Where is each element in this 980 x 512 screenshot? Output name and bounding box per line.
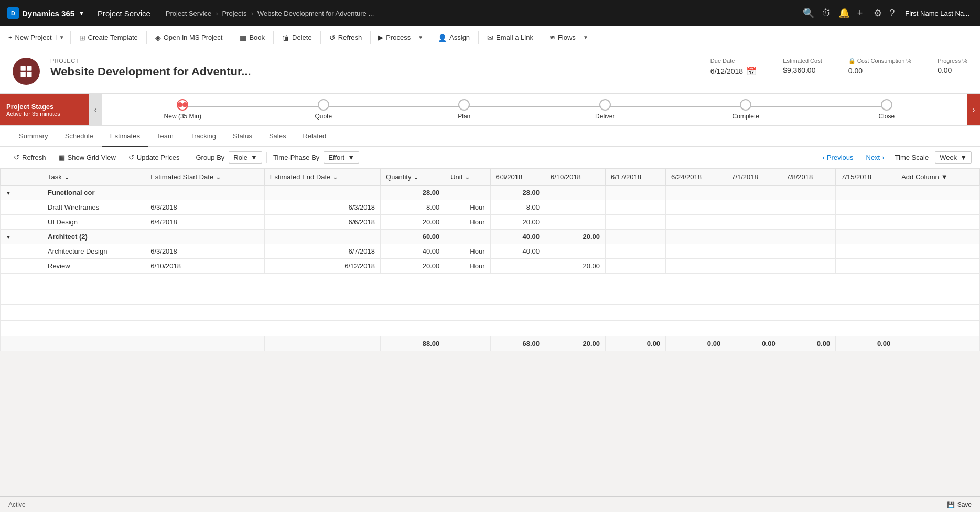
table-row[interactable]: Review 6/10/2018 6/12/2018 20.00 Hour 20… [1,259,980,274]
refresh-button[interactable]: ↺ Refresh [324,28,368,47]
dynamics365-brand[interactable]: D Dynamics 365 ▼ [5,0,90,26]
add-icon[interactable]: + [857,8,863,19]
th-task[interactable]: Task ⌄ [42,169,145,186]
stage-close[interactable]: Close [816,99,957,120]
row-c2-2b: 20.00 [545,259,606,274]
stage-quote[interactable]: Quote [253,99,394,120]
stage-new-circle [177,99,188,111]
th-start-date[interactable]: Estimated Start Date ⌄ [145,169,265,186]
cost-consumption-value: 0.00 [848,67,911,75]
new-project-label: New Project [15,34,52,41]
update-prices-button[interactable]: ↺ Update Prices [123,151,185,164]
breadcrumb-item-2[interactable]: Website Development for Adventure ... [257,9,374,17]
total-add [896,336,980,351]
group-end-1 [264,186,380,200]
group-c2-2: 20.00 [545,230,606,244]
svg-rect-1 [27,66,31,71]
group-by-caret: ▼ [251,154,257,161]
tab-team[interactable]: Team [148,126,182,147]
breadcrumb-item-1[interactable]: Projects [222,9,247,17]
top-nav-settings: ⚙ ? [868,7,900,19]
next-button[interactable]: Next › [862,151,889,164]
group-row-functional[interactable]: ▼ Functional cor 28.00 28.00 [1,186,980,200]
th-unit-label: Unit [450,173,462,181]
tab-tracking[interactable]: Tracking [182,126,224,147]
total-empty-3 [264,336,380,351]
tab-schedule[interactable]: Schedule [57,126,102,147]
time-scale-dropdown[interactable]: Week ▼ [935,151,972,164]
group-by-dropdown[interactable]: Role ▼ [229,151,262,164]
group-c3-2 [606,230,666,244]
new-project-icon: + [8,34,13,41]
delete-label: Delete [292,34,312,41]
total-c2: 20.00 [545,336,606,351]
table-row[interactable]: Architecture Design 6/3/2018 6/7/2018 40… [1,244,980,259]
show-grid-view-button[interactable]: ▦ Show Grid View [53,151,121,164]
stage-deliver-label: Deliver [595,113,615,120]
open-ms-project-button[interactable]: ◈ Open in MS Project [150,28,228,47]
row-c2-1b [545,215,606,230]
tab-related[interactable]: Related [294,126,335,147]
estimates-refresh-button[interactable]: ↺ Refresh [8,151,51,164]
stage-plan-circle [458,99,470,111]
th-end-date[interactable]: Estimated End Date ⌄ [264,169,380,186]
due-date-field: Due Date 6/12/2018 📅 [710,58,757,76]
time-phase-dropdown[interactable]: Effort ▼ [324,151,359,164]
stage-new[interactable]: New (35 Min) [112,99,253,120]
group-unit-1 [445,186,490,200]
help-icon[interactable]: ? [889,8,895,19]
book-button[interactable]: ▦ Book [234,28,270,47]
tab-sales[interactable]: Sales [261,126,295,147]
notification-icon[interactable]: 🔔 [838,7,850,19]
row-unit-2a: Hour [445,244,490,259]
stage-complete[interactable]: Complete [675,99,816,120]
row-c3-1b [606,215,666,230]
d365-dropdown-icon[interactable]: ▼ [79,10,84,16]
sep-2 [146,31,147,44]
previous-button[interactable]: ‹ Previous [819,151,858,164]
stage-nav-left[interactable]: ‹ [89,94,102,125]
new-project-button[interactable]: + New Project ▼ [4,28,67,47]
group-row-architect[interactable]: ▼ Architect (2) 60.00 40.00 20.00 [1,230,980,244]
stage-deliver[interactable]: Deliver [535,99,676,120]
settings-icon[interactable]: ⚙ [874,7,882,19]
sep-7 [429,31,429,44]
email-link-button[interactable]: ✉ Email a Link [482,28,539,47]
tab-summary[interactable]: Summary [10,126,57,147]
th-unit[interactable]: Unit ⌄ [445,169,490,186]
flows-button[interactable]: ≋ Flows ▼ [545,28,591,47]
group-expand-2[interactable]: ▼ [1,230,42,244]
next-icon: › [882,154,884,161]
table-footer: 88.00 68.00 20.00 0.00 0.00 0.00 0.00 0.… [1,336,980,351]
group-c2-1 [545,186,606,200]
create-template-button[interactable]: ⊞ Create Template [74,28,143,47]
group-start-2 [145,230,265,244]
estimated-cost-label: Estimated Cost [783,58,822,64]
flows-caret[interactable]: ▼ [580,35,591,40]
table-row[interactable]: UI Design 6/4/2018 6/6/2018 20.00 Hour 2… [1,215,980,230]
user-label[interactable]: First Name Last Na... [900,9,975,17]
group-expand-1[interactable]: ▼ [1,186,42,200]
search-icon[interactable]: 🔍 [803,7,814,19]
table-body: ▼ Functional cor 28.00 28.00 Draft Wiref… [1,186,980,336]
stage-nav-right[interactable]: › [967,94,980,125]
stage-plan[interactable]: Plan [394,99,535,120]
project-type-label: PROJECT [50,58,700,64]
new-project-caret[interactable]: ▼ [56,35,67,40]
th-quantity[interactable]: Quantity ⌄ [381,169,445,186]
group-unit-2 [445,230,490,244]
calendar-icon[interactable]: 📅 [746,66,757,76]
project-icon [13,58,40,85]
assign-button[interactable]: 👤 Assign [433,28,475,47]
timer-icon[interactable]: ⏱ [822,8,831,19]
th-add-column[interactable]: Add Column ▼ [896,169,980,186]
tab-estimates[interactable]: Estimates [102,126,148,147]
delete-button[interactable]: 🗑 Delete [277,28,317,47]
row-add-1a [896,200,980,215]
breadcrumb-item-0[interactable]: Project Service [166,9,211,17]
email-link-label: Email a Link [496,34,533,41]
tab-status[interactable]: Status [224,126,261,147]
process-caret[interactable]: ▼ [415,35,426,40]
table-row[interactable]: Draft Wireframes 6/3/2018 6/3/2018 8.00 … [1,200,980,215]
process-button[interactable]: ▶ Process ▼ [374,28,426,47]
